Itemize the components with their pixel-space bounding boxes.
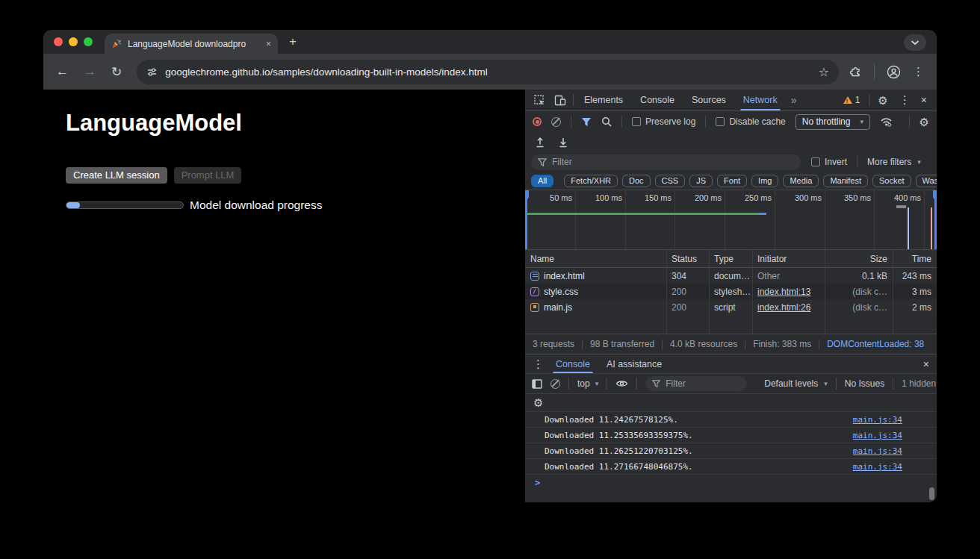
network-filter-input[interactable] [552,157,794,167]
close-window-button[interactable] [54,37,63,46]
header-initiator[interactable]: Initiator [752,254,825,264]
preserve-log-checkbox[interactable]: Preserve log [632,116,695,127]
tab-sources[interactable]: Sources [685,90,733,110]
message-source-link[interactable]: main.js:34 [853,415,902,425]
create-llm-session-button[interactable]: Create LLM session [66,167,167,184]
hidden-messages-count[interactable]: 1 hidden [902,378,936,389]
console-sidebar-toggle-icon[interactable] [532,379,542,389]
export-har-icon[interactable] [558,137,568,148]
throttling-select[interactable]: No throttling ▾ [796,114,870,130]
filter-funnel-icon[interactable] [581,117,592,127]
chip-css[interactable]: CSS [655,175,686,187]
request-name[interactable]: index.html [544,271,585,281]
address-bar[interactable]: googlechrome.github.io/samples/downloadi… [137,60,839,84]
console-scrollbar-thumb[interactable] [929,487,934,500]
more-tabs-icon[interactable]: » [788,94,800,106]
overview-left-handle[interactable] [525,190,527,249]
extensions-puzzle-icon[interactable] [849,66,862,78]
log-levels-select[interactable]: Default levels ▾ [764,378,828,389]
warnings-badge[interactable]: 1 [843,95,860,105]
import-har-icon[interactable] [535,137,545,148]
clear-console-icon[interactable] [551,379,560,389]
console-message[interactable]: Downloaded 11.24267578125%. main.js:34 [525,411,937,427]
more-filters-button[interactable]: More filters ▾ [867,157,921,167]
header-status[interactable]: Status [666,254,709,264]
timeline-gridline [625,190,626,249]
live-expression-eye-icon[interactable] [615,379,628,388]
drawer-close-icon[interactable]: × [923,358,929,370]
table-header-row[interactable]: Name Status Type Initiator Size Time [525,250,937,268]
forward-icon[interactable]: → [84,64,96,79]
new-tab-button[interactable]: + [289,34,297,50]
console-message[interactable]: Downloaded 11.25335693359375%. main.js:3… [525,427,937,443]
table-row[interactable]: style.css 200 stylesh… index.html:13 (di… [525,284,937,299]
chip-media[interactable]: Media [783,175,819,187]
chip-socket[interactable]: Socket [872,175,911,187]
overview-right-handle[interactable] [934,190,937,249]
tab-network[interactable]: Network [736,90,784,110]
request-name[interactable]: style.css [544,287,578,297]
drawer-tab-console[interactable]: Console [551,355,595,373]
site-settings-icon[interactable] [146,66,158,78]
header-size[interactable]: Size [825,254,893,264]
devtools-close-icon[interactable]: × [921,94,927,106]
chip-all[interactable]: All [531,175,553,187]
tab-close-icon[interactable]: × [266,40,271,49]
back-icon[interactable]: ← [56,64,69,79]
chip-wasm[interactable]: Wasm [916,175,937,187]
console-filter-pill[interactable] [645,376,747,391]
profile-avatar-icon[interactable] [887,65,901,79]
record-network-log-button[interactable] [533,117,542,126]
chip-manifest[interactable]: Manifest [823,175,868,187]
devtools-menu-icon[interactable]: ⋮ [899,93,911,107]
initiator-link[interactable]: index.html:13 [757,287,810,297]
table-row[interactable]: main.js 200 script index.html:26 (disk c… [525,299,937,315]
console-settings-gear-icon[interactable]: ⚙ [533,397,543,408]
chip-fetch-xhr[interactable]: Fetch/XHR [564,175,618,187]
network-conditions-icon[interactable] [880,116,893,127]
issues-count[interactable]: No Issues [845,378,884,389]
network-overview-timeline[interactable]: 50 ms 100 ms 150 ms 200 ms 250 ms 300 ms… [525,190,937,250]
message-source-link[interactable]: main.js:34 [853,446,902,456]
fullscreen-window-button[interactable] [84,37,93,46]
chip-doc[interactable]: Doc [622,175,651,187]
table-row[interactable]: index.html 304 docum… Other 0.1 kB 243 m… [525,268,937,284]
console-prompt[interactable]: > [525,474,937,490]
search-icon[interactable] [601,116,612,127]
network-filter-pill[interactable] [531,154,801,170]
browser-menu-icon[interactable]: ⋮ [913,65,924,78]
request-size: (disk c… [825,287,893,297]
console-message[interactable]: Downloaded 11.26251220703125%. main.js:3… [525,443,937,458]
request-name[interactable]: main.js [544,302,572,313]
message-source-link[interactable]: main.js:34 [853,431,902,440]
clear-network-log-icon[interactable] [551,117,561,127]
divider [819,340,819,349]
invert-checkbox[interactable]: Invert [811,157,847,167]
console-message[interactable]: Downloaded 11.27166748046875%. main.js:3… [525,458,937,474]
bookmark-star-icon[interactable]: ☆ [819,65,829,79]
minimize-window-button[interactable] [69,37,78,46]
chip-font[interactable]: Font [717,175,747,187]
tab-console[interactable]: Console [633,90,681,110]
url-text[interactable]: googlechrome.github.io/samples/downloadi… [165,66,810,78]
javascript-context-select[interactable]: top ▾ [577,378,598,389]
header-time[interactable]: Time [893,254,937,264]
reload-icon[interactable]: ↻ [111,64,122,80]
inspect-element-icon[interactable] [534,95,545,106]
drawer-menu-icon[interactable]: ⋮ [533,357,544,371]
device-toolbar-icon[interactable] [554,95,566,106]
header-name[interactable]: Name [525,254,666,264]
initiator-link[interactable]: index.html:26 [757,302,810,313]
header-type[interactable]: Type [709,254,752,264]
tab-elements[interactable]: Elements [577,90,630,110]
chip-js[interactable]: JS [689,175,713,187]
chip-img[interactable]: Img [751,175,778,187]
console-filter-input[interactable] [666,378,740,389]
network-settings-gear-icon[interactable]: ⚙ [919,116,929,128]
devtools-settings-gear-icon[interactable]: ⚙ [878,95,887,106]
browser-tab[interactable]: LanguageModel downloadpro × [105,34,278,54]
drawer-tab-ai-assistance[interactable]: AI assistance [602,355,666,373]
disable-cache-checkbox[interactable]: Disable cache [716,116,785,127]
tab-search-button[interactable] [904,34,926,51]
message-source-link[interactable]: main.js:34 [853,462,902,472]
